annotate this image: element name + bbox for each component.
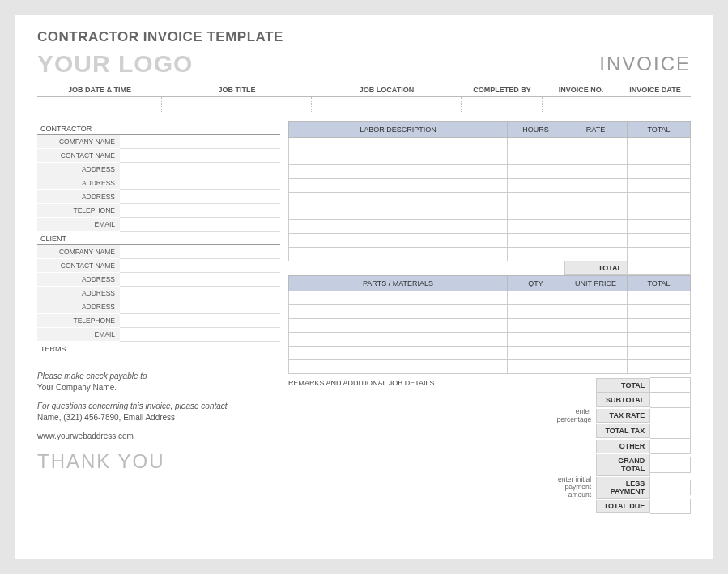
parts-cell[interactable]: [289, 360, 508, 374]
parts-cell[interactable]: [564, 305, 628, 319]
labor-cell[interactable]: [564, 165, 628, 179]
parts-cell[interactable]: [508, 333, 564, 347]
labor-cell[interactable]: [564, 138, 628, 151]
labor-cell[interactable]: [508, 248, 564, 261]
client-contact-input[interactable]: [120, 259, 280, 273]
parts-cell[interactable]: [628, 347, 691, 360]
labor-total-value[interactable]: [628, 261, 691, 275]
website-line: www.yourwebaddress.com: [37, 432, 280, 440]
parts-cell[interactable]: [289, 333, 508, 347]
client-company-input[interactable]: [120, 245, 280, 259]
parts-cell[interactable]: [628, 305, 691, 319]
labor-cell[interactable]: [628, 206, 691, 220]
summary-other-value[interactable]: [650, 439, 691, 454]
parts-cell[interactable]: [508, 319, 564, 333]
input-job-location[interactable]: [312, 97, 462, 113]
labor-cell[interactable]: [628, 248, 691, 261]
input-invoice-date[interactable]: [619, 97, 691, 113]
parts-cell[interactable]: [628, 319, 691, 333]
labor-cell[interactable]: [628, 193, 691, 206]
client-address-3-input[interactable]: [120, 300, 280, 314]
parts-cell[interactable]: [628, 291, 691, 305]
labor-cell[interactable]: [564, 179, 628, 193]
client-email-input[interactable]: [120, 328, 280, 342]
labor-cell[interactable]: [508, 206, 564, 220]
contractor-address-2-input[interactable]: [120, 176, 280, 190]
labor-cell[interactable]: [628, 234, 691, 248]
client-address-1-input[interactable]: [120, 273, 280, 287]
header-invoice-no: INVOICE NO.: [543, 86, 619, 94]
labor-cell[interactable]: [508, 179, 564, 193]
input-completed-by[interactable]: [462, 97, 543, 113]
labor-cell[interactable]: [508, 234, 564, 248]
labor-cell[interactable]: [564, 151, 628, 165]
parts-cell[interactable]: [508, 347, 564, 360]
parts-cell[interactable]: [564, 360, 628, 374]
labor-cell[interactable]: [508, 165, 564, 179]
labor-cell[interactable]: [508, 193, 564, 206]
parts-cell[interactable]: [508, 291, 564, 305]
labor-cell[interactable]: [289, 165, 508, 179]
parts-cell[interactable]: [289, 319, 508, 333]
labor-cell[interactable]: [289, 193, 508, 206]
contractor-company-input[interactable]: [120, 135, 280, 149]
labor-cell[interactable]: [289, 248, 508, 261]
summary-grandtotal-value[interactable]: [650, 457, 691, 473]
labor-cell[interactable]: [564, 248, 628, 261]
job-input-row: [37, 97, 691, 113]
labor-cell[interactable]: [289, 179, 508, 193]
labor-cell[interactable]: [508, 151, 564, 165]
parts-cell[interactable]: [564, 333, 628, 347]
parts-cell[interactable]: [289, 347, 508, 360]
labor-cell[interactable]: [628, 138, 691, 151]
parts-cell[interactable]: [564, 347, 628, 360]
summary-totaldue-value[interactable]: [650, 499, 691, 514]
summary-grandtotal-label: GRAND TOTAL: [596, 454, 650, 476]
summary-subtotal-value[interactable]: [650, 393, 691, 408]
parts-cell[interactable]: [564, 291, 628, 305]
label-address: ADDRESS: [37, 300, 120, 314]
parts-cell[interactable]: [628, 360, 691, 374]
labor-cell[interactable]: [564, 234, 628, 248]
labor-cell[interactable]: [289, 138, 508, 151]
contractor-address-3-input[interactable]: [120, 190, 280, 204]
header-job-location: JOB LOCATION: [312, 86, 462, 94]
parts-cell[interactable]: [628, 333, 691, 347]
th-rate: RATE: [564, 122, 628, 138]
labor-cell[interactable]: [564, 193, 628, 206]
input-job-title[interactable]: [162, 97, 312, 113]
contractor-email-input[interactable]: [120, 218, 280, 232]
labor-cell[interactable]: [289, 220, 508, 234]
labor-cell[interactable]: [628, 220, 691, 234]
labor-cell[interactable]: [628, 151, 691, 165]
labor-cell[interactable]: [628, 165, 691, 179]
summary-totaltax-value[interactable]: [650, 423, 691, 439]
contractor-address-1-input[interactable]: [120, 163, 280, 176]
parts-cell[interactable]: [564, 319, 628, 333]
label-address: ADDRESS: [37, 176, 120, 190]
header-job-title: JOB TITLE: [162, 86, 312, 94]
parts-cell[interactable]: [508, 360, 564, 374]
input-job-date[interactable]: [37, 97, 162, 113]
labor-cell[interactable]: [289, 234, 508, 248]
labor-cell[interactable]: [628, 179, 691, 193]
contractor-telephone-input[interactable]: [120, 204, 280, 218]
client-address-2-input[interactable]: [120, 287, 280, 300]
summary-taxrate-value[interactable]: [650, 408, 691, 423]
summary-lesspayment-value[interactable]: [650, 480, 691, 495]
client-telephone-input[interactable]: [120, 314, 280, 328]
input-invoice-no[interactable]: [543, 97, 619, 113]
labor-cell[interactable]: [564, 206, 628, 220]
contractor-contact-input[interactable]: [120, 149, 280, 163]
labor-cell[interactable]: [289, 151, 508, 165]
parts-cell[interactable]: [289, 291, 508, 305]
labor-cell[interactable]: [508, 220, 564, 234]
label-company-name: COMPANY NAME: [37, 245, 120, 259]
summary-total-value[interactable]: [650, 377, 691, 393]
labor-cell[interactable]: [508, 138, 564, 151]
labor-cell[interactable]: [564, 220, 628, 234]
contact-line: Name, (321) 456-7890, Email Address: [37, 413, 280, 422]
parts-cell[interactable]: [508, 305, 564, 319]
parts-cell[interactable]: [289, 305, 508, 319]
labor-cell[interactable]: [289, 206, 508, 220]
